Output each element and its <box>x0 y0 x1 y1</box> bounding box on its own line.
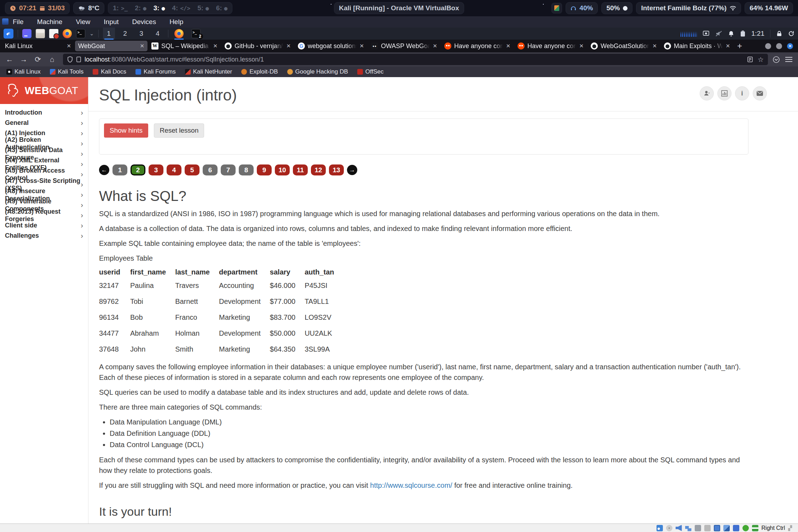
kali-clock[interactable]: 1:21 <box>751 30 764 37</box>
app-grid-icon[interactable] <box>22 29 31 38</box>
vbox-status-icon[interactable] <box>695 525 701 531</box>
page-number-button[interactable]: 1 <box>112 164 127 175</box>
tab-close-icon[interactable]: ✕ <box>359 43 364 49</box>
tab-close-icon[interactable]: ✕ <box>286 43 291 49</box>
host-workspace-item[interactable]: 1:>_ <box>113 4 128 12</box>
tab-close-icon[interactable]: ✕ <box>506 43 510 49</box>
scoreboard-icon[interactable] <box>717 86 732 100</box>
back-button[interactable]: ← <box>4 54 16 65</box>
vbox-status-icon[interactable] <box>752 525 758 531</box>
launcher-dropdown-icon[interactable]: ⌄ <box>89 30 94 37</box>
resize-grip[interactable]: ▞ <box>788 525 792 531</box>
sqlcourse-link[interactable]: http://www.sqlcourse.com/ <box>370 481 452 489</box>
new-tab-button[interactable]: + <box>737 41 742 51</box>
file-manager-icon[interactable] <box>36 29 45 38</box>
next-page-arrow[interactable]: → <box>347 165 357 175</box>
tab-close-icon[interactable]: ✕ <box>725 43 730 49</box>
close-button[interactable]: ✕ <box>787 43 793 49</box>
bookmark-item[interactable]: Google Hacking DB <box>287 68 348 75</box>
menu-machine[interactable]: Machine <box>37 18 63 26</box>
vbox-status-icon[interactable] <box>685 525 692 531</box>
bookmark-item[interactable]: Kali Linux <box>6 68 41 75</box>
vm-tray-icon[interactable] <box>551 3 562 13</box>
host-workspaces[interactable]: 1:>_ 2:● 3:● 4:</> 5:● <box>108 2 232 14</box>
text-editor-icon[interactable] <box>49 29 58 38</box>
vbox-status-icon[interactable] <box>723 525 730 531</box>
audio-muted-icon[interactable] <box>715 30 722 37</box>
sidebar-item[interactable]: Introduction › <box>0 108 88 118</box>
notification-bell-icon[interactable] <box>728 30 734 37</box>
vbox-status-icon[interactable] <box>714 525 720 531</box>
webgoat-logo[interactable]: WEBGOAT <box>0 77 88 104</box>
workspace-3[interactable]: 3 <box>135 28 148 40</box>
bookmark-item[interactable]: Exploit-DB <box>241 68 278 75</box>
browser-tab[interactable]: Have anyone completed ✕ <box>441 41 514 51</box>
workspace-4[interactable]: 4 <box>152 28 164 40</box>
host-workspace-item[interactable]: 2:● <box>135 4 146 12</box>
page-number-button[interactable]: 12 <box>311 164 326 175</box>
host-workspace-item[interactable]: 5:● <box>197 4 209 12</box>
browser-tab[interactable]: Main Exploits · WebGoat ✕ <box>661 41 733 51</box>
bookmark-item[interactable]: Kali NetHunter <box>185 68 232 75</box>
tab-close-icon[interactable]: ✕ <box>579 43 584 49</box>
browser-tab[interactable]: WebGoatSolutions/SqlInjection ✕ <box>588 41 660 51</box>
browser-tab[interactable]: W SQL – Wikipedia ✕ <box>148 41 221 51</box>
page-number-button[interactable]: 5 <box>185 164 200 175</box>
workspace-2[interactable]: 2 <box>119 28 131 40</box>
page-number-button[interactable]: 6 <box>203 164 218 175</box>
sidebar-item[interactable]: (A8:2013) Request Forgeries › <box>0 210 88 220</box>
show-hints-button[interactable]: Show hints <box>104 123 148 138</box>
vbox-status-icon[interactable] <box>657 525 663 531</box>
tab-close-icon[interactable]: ✕ <box>213 43 218 49</box>
workspace-1[interactable]: 1 <box>103 28 115 40</box>
browser-tab[interactable]: GitHub - vernjan/webgoat ✕ <box>221 41 294 51</box>
forward-button[interactable]: → <box>18 54 30 65</box>
pocket-icon[interactable] <box>773 56 780 63</box>
menu-input[interactable]: Input <box>104 18 118 26</box>
host-workspace-item[interactable]: 3:● <box>154 4 165 12</box>
menu-devices[interactable]: Devices <box>132 18 156 26</box>
bookmark-item[interactable]: Kali Forums <box>135 68 176 75</box>
page-number-button[interactable]: 4 <box>167 164 181 175</box>
lock-screen-icon[interactable] <box>776 30 782 37</box>
terminal-window-button[interactable]: 2 <box>190 28 202 40</box>
reset-lesson-button[interactable]: Reset lesson <box>154 123 204 138</box>
page-number-button[interactable]: 10 <box>275 164 290 175</box>
vbox-status-icon[interactable] <box>704 525 711 531</box>
host-workspace-item[interactable]: 6:● <box>216 4 228 12</box>
url-text[interactable]: localhost:8080/WebGoat/start.mvc#lesson/… <box>85 56 264 63</box>
page-number-button[interactable]: 7 <box>221 164 236 175</box>
ethernet-icon[interactable] <box>702 30 710 37</box>
bookmark-item[interactable]: Kali Tools <box>50 68 83 75</box>
bookmark-star-icon[interactable]: ☆ <box>758 56 764 64</box>
bookmark-item[interactable]: OffSec <box>357 68 384 75</box>
tab-close-icon[interactable]: ✕ <box>66 43 71 49</box>
host-workspace-item[interactable]: 4:</> <box>172 4 190 12</box>
vbox-status-icon[interactable] <box>676 525 682 531</box>
browser-tab[interactable]: WebGoat ✕ <box>75 41 148 51</box>
maximize-button[interactable] <box>776 43 782 49</box>
firefox-launcher-icon[interactable] <box>63 29 72 38</box>
page-number-button[interactable]: 13 <box>329 164 344 175</box>
tracking-shield-icon[interactable] <box>67 56 73 63</box>
reader-mode-icon[interactable] <box>747 57 753 62</box>
sidebar-item[interactable]: Challenges › <box>0 231 88 241</box>
contact-mail-icon[interactable] <box>753 86 767 100</box>
home-button[interactable]: ⌂ <box>46 54 58 65</box>
menu-view[interactable]: View <box>76 18 90 26</box>
logout-icon[interactable] <box>788 30 794 37</box>
vbox-status-icon[interactable] <box>666 525 672 531</box>
menu-help[interactable]: Help <box>169 18 183 26</box>
kali-menu-button[interactable] <box>4 29 13 39</box>
user-menu-icon[interactable] <box>700 86 714 100</box>
page-number-button[interactable]: 2 <box>131 164 145 175</box>
browser-tab[interactable]: Have anyone completed ✕ <box>514 41 587 51</box>
bookmark-item[interactable]: Kali Docs <box>93 68 126 75</box>
page-number-button[interactable]: 9 <box>257 164 272 175</box>
tab-close-icon[interactable]: ✕ <box>140 43 144 49</box>
terminal-launcher-icon[interactable] <box>76 29 85 38</box>
info-icon[interactable]: i <box>735 86 749 100</box>
page-number-button[interactable]: 8 <box>239 164 254 175</box>
vbox-status-icon[interactable] <box>733 525 739 531</box>
site-info-icon[interactable] <box>76 57 81 62</box>
